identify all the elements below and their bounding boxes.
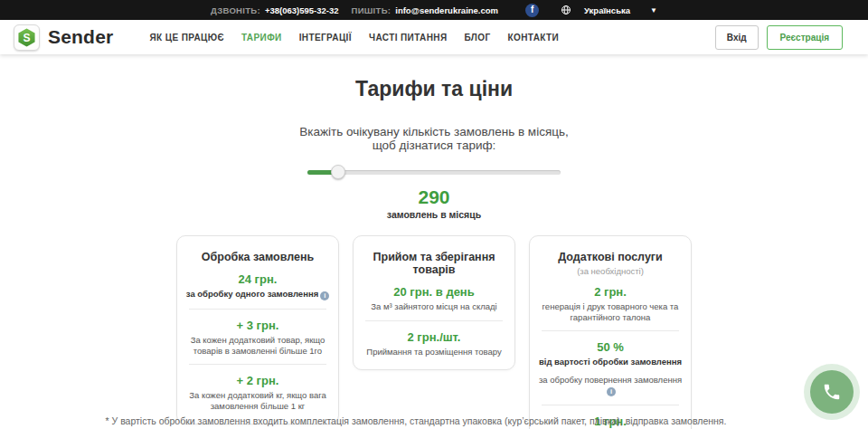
- price: 50 %: [538, 340, 683, 354]
- card-title: Додаткові послуги: [538, 251, 683, 263]
- price-description: за обробку повернення замовленняi: [538, 375, 683, 397]
- price-description: генерація і друк товарного чека та гаран…: [538, 301, 683, 322]
- brand-name: Sender: [48, 26, 113, 48]
- divider: [189, 309, 326, 310]
- facebook-icon[interactable]: f: [525, 4, 539, 17]
- topbar-phone-group: ДЗВОНІТЬ: +38(063)595-32-32: [211, 5, 338, 15]
- main-content: Тарифи та ціни Вкажіть очікувану кількіс…: [0, 77, 868, 429]
- orders-count-label: замовлень в місяць: [0, 209, 868, 220]
- price-description-text: за обробку повернення замовлення: [539, 375, 682, 385]
- email-link[interactable]: info@senderukraine.com: [395, 5, 498, 15]
- card-storage: Прийом та зберігання товарів 20 грн. в д…: [353, 235, 515, 370]
- svg-text:S: S: [23, 32, 30, 44]
- price: 2 грн.: [538, 285, 683, 299]
- nav-contacts[interactable]: КОНТАКТИ: [508, 33, 560, 43]
- chevron-down-icon[interactable]: ▼: [650, 6, 657, 14]
- main-nav: ЯК ЦЕ ПРАЦЮЄ ТАРИФИ ІНТЕГРАЦІЇ ЧАСТІ ПИТ…: [149, 33, 559, 43]
- nav-integrations[interactable]: ІНТЕГРАЦІЇ: [299, 33, 352, 43]
- nav-tariffs[interactable]: ТАРИФИ: [241, 33, 282, 43]
- price: 20 грн. в день: [362, 285, 506, 299]
- price-description: Приймання та розміщення товару: [362, 347, 506, 358]
- price-description: за обробку одного замовленняi: [185, 289, 330, 300]
- globe-icon: [561, 5, 571, 15]
- call-label: ДЗВОНІТЬ:: [211, 5, 260, 15]
- call-widget-button[interactable]: [810, 370, 854, 414]
- price-description: За кожен додатковий товар, якщо товарів …: [185, 335, 330, 356]
- brand-logo[interactable]: S Sender: [14, 24, 113, 51]
- divider: [542, 405, 679, 405]
- divider: [542, 330, 679, 331]
- write-label: ПИШІТЬ:: [352, 5, 392, 15]
- card-additional-services: Додаткові послуги (за необхідності) 2 гр…: [529, 235, 692, 429]
- orders-count-value: 290: [0, 186, 868, 208]
- card-subtitle: (за необхідності): [538, 266, 683, 276]
- price: 24 грн.: [185, 272, 330, 286]
- info-icon[interactable]: i: [607, 387, 616, 396]
- nav-blog[interactable]: БЛОГ: [465, 33, 491, 43]
- divider: [189, 364, 326, 365]
- slider-prompt: Вкажіть очікувану кількість замовлень в …: [0, 125, 868, 152]
- pricing-footnote: * У вартість обробки замовлення входить …: [0, 415, 832, 426]
- nav-faq[interactable]: ЧАСТІ ПИТАННЯ: [369, 33, 448, 43]
- topbar-email-group: ПИШІТЬ: info@senderukraine.com: [352, 5, 499, 15]
- pricing-cards: Обробка замовлень 24 грн. за обробку одн…: [0, 235, 868, 429]
- card-order-processing: Обробка замовлень 24 грн. за обробку одн…: [176, 235, 339, 424]
- price: + 2 грн.: [185, 374, 330, 387]
- register-button[interactable]: Реєстрація: [767, 25, 843, 50]
- slider-thumb[interactable]: [331, 165, 345, 179]
- login-button[interactable]: Вхід: [715, 25, 759, 50]
- price-description-text: за обробку одного замовлення: [186, 289, 318, 299]
- sender-logo-icon: S: [14, 24, 40, 51]
- price-description: від вартості обробки замовлення: [538, 357, 683, 367]
- nav-how-it-works[interactable]: ЯК ЦЕ ПРАЦЮЄ: [149, 33, 224, 43]
- slider-prompt-line2: щоб дізнатися тариф:: [0, 138, 868, 152]
- language-selector[interactable]: Українська: [584, 5, 630, 15]
- divider: [365, 320, 503, 321]
- header: S Sender ЯК ЦЕ ПРАЦЮЄ ТАРИФИ ІНТЕГРАЦІЇ …: [0, 20, 868, 54]
- auth-buttons: Вхід Реєстрація: [715, 25, 843, 50]
- card-title: Прийом та зберігання товарів: [362, 251, 506, 276]
- info-icon[interactable]: i: [320, 291, 329, 300]
- orders-slider[interactable]: [307, 164, 561, 180]
- slider-prompt-line1: Вкажіть очікувану кількість замовлень в …: [0, 125, 868, 138]
- price-description: За кожен додатковий кг, якщо вага замовл…: [185, 390, 330, 411]
- phone-number[interactable]: +38(063)595-32-32: [265, 5, 339, 15]
- card-title: Обробка замовлень: [185, 251, 330, 263]
- price-description: За м³ зайнятого місця на складі: [362, 301, 506, 312]
- phone-icon: [822, 382, 842, 402]
- price: 2 грн./шт.: [362, 330, 506, 344]
- price: + 3 грн.: [185, 319, 330, 332]
- topbar: ДЗВОНІТЬ: +38(063)595-32-32 ПИШІТЬ: info…: [0, 0, 868, 20]
- slider-track[interactable]: [307, 170, 561, 175]
- page-title: Тарифи та ціни: [0, 77, 868, 101]
